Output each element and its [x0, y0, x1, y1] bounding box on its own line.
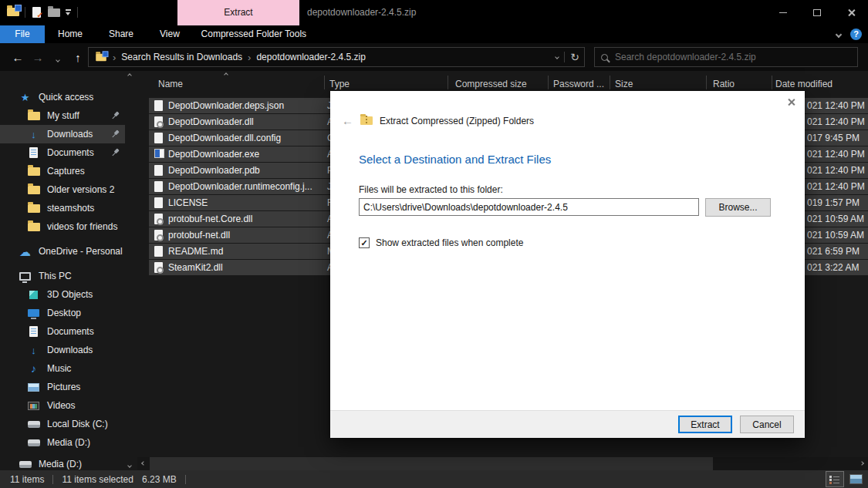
sidebar-item-videos-for-friends[interactable]: videos for friends — [0, 217, 125, 236]
column-separator[interactable] — [610, 76, 610, 89]
cancel-button[interactable]: Cancel — [740, 416, 794, 433]
folder-icon — [28, 223, 40, 231]
dialog-close-button[interactable] — [787, 98, 795, 109]
document-icon — [29, 326, 38, 337]
close-button[interactable] — [834, 0, 868, 25]
extract-button[interactable]: Extract — [678, 416, 732, 433]
tab-compressed-folder-tools[interactable]: Compressed Folder Tools — [193, 25, 315, 43]
refresh-icon[interactable]: ↻ — [570, 52, 579, 62]
sidebar-item-3d-objects[interactable]: 3D Objects — [0, 285, 125, 304]
dll-gear-icon — [154, 214, 163, 224]
minimize-button[interactable] — [766, 0, 800, 25]
navigation-bar: ← → ↑ › Search Results in Downloads › de… — [0, 43, 868, 71]
scroll-down-icon[interactable] — [127, 463, 132, 468]
horizontal-scrollbar[interactable] — [137, 457, 868, 470]
up-button[interactable]: ↑ — [68, 52, 88, 63]
sidebar-item-onedrive[interactable]: ☁ OneDrive - Personal — [0, 242, 125, 261]
file-name: protobuf-net.dll — [168, 227, 230, 243]
sidebar-item-label: Pictures — [47, 382, 80, 392]
search-input[interactable] — [615, 52, 851, 62]
tab-share[interactable]: Share — [96, 25, 147, 43]
column-header-date-modified[interactable]: Date modified — [775, 79, 833, 89]
thumbnails-view-button[interactable] — [846, 471, 865, 487]
file-name: DepotDownloader.deps.json — [168, 98, 284, 113]
contextual-tab-extract[interactable]: Extract — [177, 0, 299, 25]
sidebar-item-downloads[interactable]: ↓ Downloads — [0, 125, 125, 143]
sidebar-item-steamshots[interactable]: steamshots — [0, 199, 125, 217]
disk-icon — [28, 421, 40, 428]
qat-customize-chevron-icon[interactable] — [65, 9, 72, 16]
destination-path-input[interactable] — [359, 198, 699, 216]
sidebar-item-media-d[interactable]: Media (D:) — [0, 433, 125, 452]
sidebar-item-music[interactable]: ♪ Music — [0, 359, 125, 378]
sidebar-item-my-stuff[interactable]: My stuff — [0, 106, 125, 125]
file-name: DepotDownloader.pdb — [168, 163, 260, 178]
sidebar-item-pictures[interactable]: Pictures — [0, 378, 125, 396]
breadcrumb-segment-search-results[interactable]: Search Results in Downloads — [121, 52, 242, 62]
help-button[interactable]: ? — [850, 29, 862, 40]
column-header-size[interactable]: Size — [615, 79, 633, 89]
sidebar-item-documents[interactable]: Documents — [0, 143, 125, 162]
sidebar-item-older-versions-2[interactable]: Older versions 2 — [0, 180, 125, 199]
checkbox-label[interactable]: Show extracted files when complete — [376, 237, 523, 248]
sidebar-item-this-pc[interactable]: This PC — [0, 267, 125, 285]
details-view-button[interactable] — [826, 471, 844, 487]
sidebar-item-downloads-pc[interactable]: ↓ Downloads — [0, 341, 125, 359]
address-dropdown-chevron-icon[interactable] — [555, 55, 559, 59]
folder-icon — [28, 167, 40, 176]
sidebar-item-captures[interactable]: Captures — [0, 162, 125, 180]
browse-button[interactable]: Browse... — [705, 198, 771, 217]
breadcrumb-chevron-icon: › — [248, 52, 251, 62]
file-name: LICENSE — [168, 195, 208, 210]
scrollbar-thumb[interactable] — [150, 457, 713, 470]
column-header-type[interactable]: Type — [329, 79, 350, 89]
sidebar-item-quick-access[interactable]: ★ Quick access — [0, 88, 125, 106]
sort-ascending-icon — [224, 72, 228, 77]
column-separator[interactable] — [706, 76, 707, 89]
scroll-up-icon[interactable] — [127, 73, 132, 78]
sidebar-item-videos[interactable]: Videos — [0, 396, 125, 415]
sidebar-item-documents-pc[interactable]: Documents — [0, 322, 125, 341]
search-icon — [601, 54, 608, 61]
recent-locations-chevron-icon[interactable] — [48, 51, 68, 64]
dll-gear-icon — [154, 230, 163, 241]
show-files-checkbox[interactable]: ✓ — [359, 237, 370, 248]
sidebar-scrollbar[interactable] — [125, 74, 134, 467]
monitor-icon — [19, 272, 31, 281]
breadcrumb-zip-icon — [96, 53, 106, 60]
dialog-heading: Select a Destination and Extract Files — [359, 153, 551, 166]
maximize-button[interactable] — [800, 0, 834, 25]
column-header-ratio[interactable]: Ratio — [713, 79, 735, 89]
qat-properties-button[interactable] — [32, 7, 41, 18]
separator — [52, 475, 53, 484]
ribbon-expand-chevron-icon[interactable] — [836, 31, 842, 37]
music-note-icon: ♪ — [31, 363, 36, 374]
forward-button[interactable]: → — [28, 52, 48, 63]
column-header-name[interactable]: Name — [158, 79, 183, 89]
title-bar: Extract depotdownloader-2.4.5.zip — [0, 0, 868, 25]
column-separator[interactable] — [448, 76, 448, 89]
scroll-left-icon[interactable] — [141, 461, 146, 466]
sidebar-item-desktop[interactable]: Desktop — [0, 304, 125, 322]
tab-home[interactable]: Home — [45, 25, 96, 43]
column-header-password[interactable]: Password ... — [553, 79, 604, 89]
column-header-compressed-size[interactable]: Compressed size — [455, 79, 527, 89]
tab-view[interactable]: View — [147, 25, 193, 43]
qat-new-folder-button[interactable] — [48, 8, 60, 17]
address-bar[interactable]: › Search Results in Downloads › depotdow… — [88, 47, 585, 67]
tab-file[interactable]: File — [0, 25, 45, 43]
scroll-right-icon[interactable] — [860, 461, 864, 466]
sidebar-item-local-disk-c[interactable]: Local Disk (C:) — [0, 415, 125, 433]
folder-icon — [28, 204, 40, 213]
thumbnails-view-icon — [849, 474, 863, 484]
back-button[interactable]: ← — [8, 52, 28, 63]
column-separator[interactable] — [324, 76, 325, 89]
document-icon — [154, 197, 163, 208]
column-separator[interactable] — [548, 76, 549, 89]
item-count: 11 items — [10, 474, 44, 485]
file-date-modified: 021 10:59 AM — [807, 211, 864, 227]
search-box[interactable] — [594, 47, 858, 67]
breadcrumb-segment-zip[interactable]: depotdownloader-2.4.5.zip — [256, 52, 365, 62]
column-separator[interactable] — [772, 76, 772, 89]
file-date-modified: 021 12:40 PM — [807, 146, 865, 162]
